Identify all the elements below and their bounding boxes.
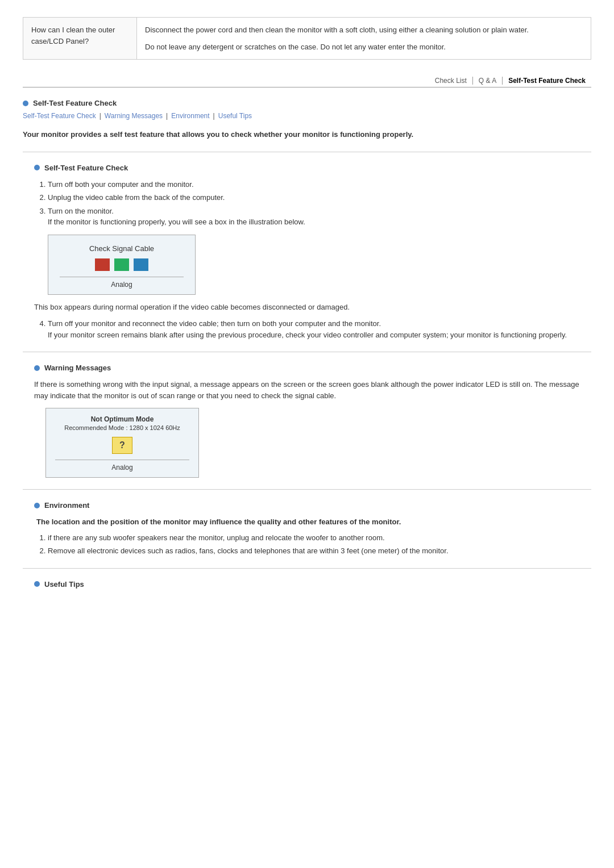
box-description: This box appears during normal operation… (34, 302, 580, 313)
faq-answer-line2: Do not leave any detergent or scratches … (145, 41, 583, 53)
step-4-note: If your monitor screen remains blank aft… (48, 331, 567, 339)
environment-bold-text: The location and the position of the mon… (34, 516, 580, 528)
self-test-section: Self-Test Feature Check Turn off both yo… (23, 164, 591, 341)
page-section-header: Self-Test Feature Check (23, 99, 591, 107)
step-2: Unplug the video cable from the back of … (48, 192, 580, 203)
green-block (114, 258, 129, 271)
color-blocks (60, 258, 184, 271)
warning-analog-label: Analog (55, 460, 189, 471)
warning-section: Warning Messages If there is something w… (23, 364, 591, 478)
divider-4 (23, 568, 591, 569)
env-item-2: Remove all electronic devices such as ra… (48, 545, 580, 557)
blue-block (134, 258, 148, 271)
subnav-useful-tips[interactable]: Useful Tips (218, 112, 252, 120)
environment-list: if there are any sub woofer speakers nea… (34, 532, 580, 557)
recommended-mode: Recommended Mode : 1280 x 1024 60Hz (55, 424, 189, 431)
step-3: Turn on the monitor. If the monitor is f… (48, 206, 580, 228)
sub-navigation: Self-Test Feature Check | Warning Messag… (23, 112, 591, 120)
red-block (95, 258, 110, 271)
step-4: Turn off your monitor and reconnect the … (48, 318, 580, 340)
step-4-text: Turn off your monitor and reconnect the … (48, 319, 381, 328)
question-mark-box: ? (112, 437, 132, 454)
divider-1 (23, 152, 591, 152)
warning-illustration: Not Optimum Mode Recommended Mode : 1280… (45, 408, 199, 478)
warning-bullet-icon (34, 365, 40, 371)
env-item-1: if there are any sub woofer speakers nea… (48, 532, 580, 544)
divider-3 (23, 489, 591, 490)
useful-tips-header: Useful Tips (34, 580, 580, 589)
tab-checklist[interactable]: Check List (429, 77, 473, 85)
warning-header: Warning Messages (34, 364, 580, 372)
page-section-title: Self-Test Feature Check (33, 99, 117, 107)
useful-tips-title: Useful Tips (44, 580, 84, 589)
self-test-header: Self-Test Feature Check (34, 164, 580, 172)
environment-bullet-icon (34, 503, 40, 508)
signal-box-analog-label: Analog (60, 277, 184, 289)
step-3-note: If the monitor is functioning properly, … (48, 218, 305, 226)
self-test-bullet-icon (34, 165, 40, 170)
not-optimum-title: Not Optimum Mode (55, 415, 189, 423)
subnav-self-test[interactable]: Self-Test Feature Check (23, 112, 96, 120)
tab-navigation: Check List Q & A Self-Test Feature Check (23, 77, 591, 87)
self-test-title: Self-Test Feature Check (44, 164, 128, 172)
step4-list: Turn off your monitor and reconnect the … (34, 318, 580, 340)
intro-text: Your monitor provides a self test featur… (23, 129, 591, 140)
tab-qa[interactable]: Q & A (473, 77, 503, 85)
faq-answer-line1: Disconnect the power cord and then clean… (145, 24, 583, 36)
warning-description: If there is something wrong with the inp… (34, 379, 580, 401)
useful-tips-section: Useful Tips (23, 580, 591, 612)
step-1: Turn off both your computer and the moni… (48, 179, 580, 190)
blue-bullet-icon (23, 101, 28, 106)
subnav-environment[interactable]: Environment (171, 112, 209, 120)
step-3-main: Turn on the monitor. (48, 207, 114, 215)
steps-list: Turn off both your computer and the moni… (34, 179, 580, 228)
faq-question: How can I clean the outer case/LCD Panel… (31, 26, 115, 45)
useful-tips-bullet-icon (34, 581, 40, 587)
faq-table: How can I clean the outer case/LCD Panel… (23, 17, 591, 60)
environment-title: Environment (44, 501, 89, 510)
tab-self-test[interactable]: Self-Test Feature Check (503, 77, 591, 85)
environment-header: Environment (34, 501, 580, 510)
environment-section: Environment The location and the positio… (23, 501, 591, 557)
signal-cable-illustration: Check Signal Cable Analog (48, 235, 196, 295)
warning-title: Warning Messages (44, 364, 111, 372)
divider-2 (23, 352, 591, 352)
subnav-warning[interactable]: Warning Messages (105, 112, 163, 120)
signal-box-title: Check Signal Cable (60, 244, 184, 253)
